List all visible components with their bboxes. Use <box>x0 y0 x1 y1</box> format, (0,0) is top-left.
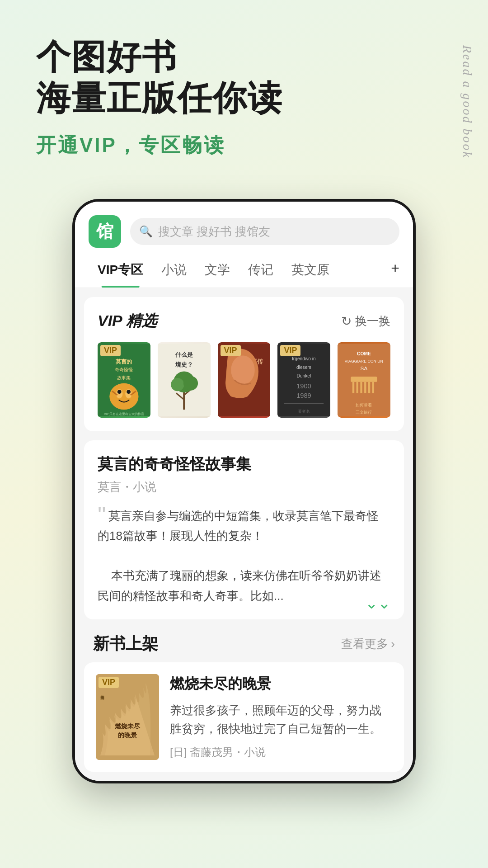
books-row: VIP 莫言的 奇奇怪怪 故事集 <box>98 342 390 418</box>
book-cover-img-4: VIP Irgendwo in diesem Dunkel 1900 1989 <box>277 342 330 418</box>
hero-title-line1: 个图好书 <box>36 38 177 76</box>
see-more-button[interactable]: 查看更多 › <box>341 636 395 652</box>
new-book-desc: 养过很多孩子，照顾年迈的父母，努力战胜贫穷，很快地过完了自己短暂的一生。 <box>170 701 392 739</box>
search-bar[interactable]: 🔍 搜文章 搜好书 搜馆友 <box>130 218 399 245</box>
hero-subtitle: 开通VIP，专区畅读 <box>36 132 461 159</box>
tab-biography[interactable]: 传记 <box>239 257 282 288</box>
phone-mockup: 馆 🔍 搜文章 搜好书 搜馆友 VIP专区 小说 文学 <box>72 199 416 783</box>
new-book-title: 燃烧未尽的晚景 <box>170 674 392 694</box>
svg-text:SA: SA <box>361 365 368 371</box>
svg-text:1900: 1900 <box>297 382 311 390</box>
svg-text:燃烧未尽: 燃烧未尽 <box>114 722 141 730</box>
svg-rect-30 <box>284 403 324 404</box>
new-book-author: [日] 斋藤茂男・小说 <box>170 745 392 760</box>
book-cover-img-3: VIP 但丁传 <box>218 342 271 418</box>
svg-text:1989: 1989 <box>297 392 311 399</box>
book-detail-meta: 莫言・小说 <box>98 479 390 495</box>
svg-point-8 <box>127 390 131 394</box>
svg-point-4 <box>109 383 138 410</box>
vip-badge-3: VIP <box>221 345 241 356</box>
tab-english[interactable]: 英文原 <box>282 257 338 288</box>
book-cover-img-1: VIP 莫言的 奇奇怪怪 故事集 <box>98 342 150 418</box>
vip-section-title: VIP 精选 <box>98 311 157 331</box>
book-cover-2[interactable]: 什么是 境史？ <box>158 342 211 418</box>
chevron-right-icon: › <box>391 637 395 651</box>
svg-text:境史？: 境史？ <box>175 361 193 368</box>
refresh-icon: ↻ <box>341 314 352 329</box>
svg-text:如何带着: 如何带着 <box>356 403 372 407</box>
svg-text:Irgendwo in: Irgendwo in <box>292 356 316 361</box>
quote-mark: " <box>98 506 106 525</box>
new-book-item[interactable]: VIP 燃烧未尽 的晚景 斋藤茂男 <box>84 662 404 772</box>
book-detail-card: 莫言的奇奇怪怪故事集 莫言・小说 "莫言亲自参与编选的中短篇集，收录莫言笔下最奇… <box>84 440 404 619</box>
svg-rect-36 <box>351 377 377 382</box>
book-cover-4[interactable]: VIP Irgendwo in diesem Dunkel 1900 1989 <box>277 342 330 418</box>
svg-text:VIAGGIARE CON UN: VIAGGIARE CON UN <box>345 359 383 363</box>
svg-text:奇奇怪怪: 奇奇怪怪 <box>115 367 133 372</box>
svg-text:什么是: 什么是 <box>175 351 193 358</box>
new-book-info: 燃烧未尽的晚景 养过很多孩子，照顾年迈的父母，努力战胜贫穷，很快地过完了自己短暂… <box>170 674 392 760</box>
expand-icon[interactable]: ⌄⌄ <box>365 590 390 617</box>
hero-section: 个图好书 海量正版任你读 开通VIP，专区畅读 Read a good book <box>0 0 488 190</box>
tab-novel[interactable]: 小说 <box>152 257 196 288</box>
svg-text:VIP只有在这里出去大的惊喜: VIP只有在这里出去大的惊喜 <box>104 412 144 416</box>
book-cover-5[interactable]: COME VIAGGIARE CON UN SA <box>338 342 390 418</box>
svg-text:的晚景: 的晚景 <box>118 731 137 739</box>
vip-section-card: VIP 精选 ↻ 换一换 VIP <box>84 297 404 431</box>
svg-text:故事集: 故事集 <box>117 375 131 380</box>
book-cover-3[interactable]: VIP 但丁传 <box>218 342 271 418</box>
svg-text:diesem: diesem <box>296 365 311 370</box>
svg-point-7 <box>117 390 122 394</box>
book-detail-title: 莫言的奇奇怪怪故事集 <box>98 454 390 475</box>
phone-container: 馆 🔍 搜文章 搜好书 搜馆友 VIP专区 小说 文学 <box>0 190 488 802</box>
hero-title-line2: 海量正版任你读 <box>36 79 283 117</box>
svg-text:著者名: 著者名 <box>298 409 310 414</box>
vip-section-header: VIP 精选 ↻ 换一换 <box>98 311 390 331</box>
svg-text:COME: COME <box>357 351 371 356</box>
svg-point-20 <box>183 376 198 391</box>
svg-text:Dunkel: Dunkel <box>297 373 311 378</box>
nav-plus-button[interactable]: + <box>391 260 399 285</box>
book-cover-img-5: COME VIAGGIARE CON UN SA <box>338 342 390 418</box>
refresh-action[interactable]: ↻ 换一换 <box>341 313 390 329</box>
tab-literature[interactable]: 文学 <box>196 257 239 288</box>
vip-badge-1: VIP <box>100 345 121 356</box>
phone-content: 馆 🔍 搜文章 搜好书 搜馆友 VIP专区 小说 文学 <box>75 202 413 781</box>
book-detail-desc: "莫言亲自参与编选的中短篇集，收录莫言笔下最奇怪的18篇故事！展现人性的复杂！ … <box>98 506 390 606</box>
nav-tabs: VIP专区 小说 文学 传记 英文原 + <box>75 248 413 288</box>
book-cover-1[interactable]: VIP 莫言的 奇奇怪怪 故事集 <box>98 342 150 418</box>
new-books-title: 新书上架 <box>93 633 158 655</box>
svg-text:莫言的: 莫言的 <box>116 359 132 364</box>
main-content: VIP 精选 ↻ 换一换 VIP <box>75 288 413 781</box>
new-book-cover: VIP 燃烧未尽 的晚景 斋藤茂男 <box>96 674 159 760</box>
new-book-vip-badge: VIP <box>99 677 119 688</box>
hero-title: 个图好书 海量正版任你读 <box>36 36 461 118</box>
search-icon: 🔍 <box>139 225 153 238</box>
hero-side-text: Read a good book <box>460 45 474 159</box>
search-placeholder-text: 搜文章 搜好书 搜馆友 <box>158 224 270 240</box>
vip-badge-4: VIP <box>280 345 300 356</box>
tab-vip[interactable]: VIP专区 <box>89 257 152 288</box>
app-logo: 馆 <box>89 215 121 248</box>
svg-text:三文旅行: 三文旅行 <box>356 410 372 415</box>
book-cover-img-2: 什么是 境史？ <box>158 342 211 418</box>
app-header: 馆 🔍 搜文章 搜好书 搜馆友 <box>75 202 413 248</box>
new-books-header: 新书上架 查看更多 › <box>84 628 404 662</box>
svg-point-19 <box>171 378 184 391</box>
